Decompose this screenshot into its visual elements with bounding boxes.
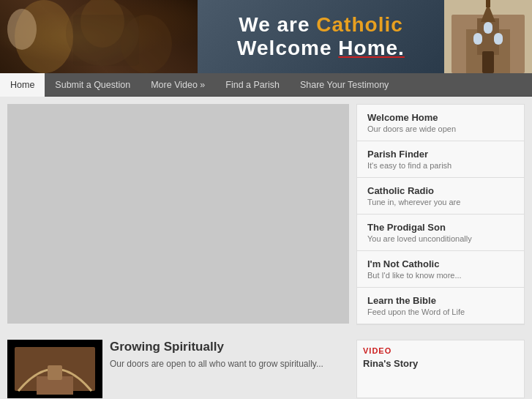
nav-testimony-label: Share Your Testimony: [300, 80, 389, 90]
svg-rect-12: [486, 0, 490, 7]
sidebar-notcatholic-title: I'm Not Catholic: [367, 258, 514, 269]
bottom-section: Growing Spiritually Our doors are open t…: [0, 332, 532, 399]
title-prefix-2: Welcome: [237, 37, 338, 59]
title-underline: Home.: [338, 37, 405, 59]
video-title: Rina's Story: [363, 358, 518, 369]
svg-rect-6: [73, 15, 139, 66]
title-accent: Catholic: [316, 13, 402, 36]
main-content: Welcome Home Our doors are wide open Par…: [0, 97, 532, 332]
header-right-image: [444, 0, 532, 73]
nav-item-parish[interactable]: Find a Parish: [215, 73, 290, 97]
header-left-image: [0, 0, 198, 73]
sidebar-notcatholic-subtitle: But I'd like to know more...: [367, 271, 514, 280]
sidebar-bible-title: Learn the Bible: [367, 295, 514, 306]
sidebar-bible-subtitle: Feed upon the Word of Life: [367, 307, 514, 316]
sidebar-item-welcome[interactable]: Welcome Home Our doors are wide open: [357, 105, 524, 141]
nav-item-video[interactable]: More Video »: [141, 73, 215, 97]
video-label: VIDEO: [363, 346, 518, 355]
video-embed-area: [7, 104, 349, 324]
article-text: Our doors are open to all who want to gr…: [110, 357, 349, 370]
sidebar-welcome-title: Welcome Home: [367, 112, 514, 123]
nav-video-label: More Video »: [151, 80, 205, 90]
header-title-line1: We are Catholic: [239, 13, 403, 37]
article-title: Growing Spiritually: [110, 340, 349, 354]
navigation-bar: Home Submit a Question More Video » Find…: [0, 73, 532, 97]
svg-rect-21: [48, 365, 62, 380]
sidebar-item-catholic-radio[interactable]: Catholic Radio Tune in, wherever you are: [357, 178, 524, 215]
sidebar-item-learn-bible[interactable]: Learn the Bible Feed upon the Word of Li…: [357, 288, 524, 324]
svg-rect-13: [473, 33, 482, 45]
sidebar-item-prodigal-son[interactable]: The Prodigal Son You are loved unconditi…: [357, 215, 524, 251]
nav-parish-label: Find a Parish: [225, 80, 280, 90]
title-prefix-1: We are: [239, 13, 316, 36]
header-title-line2: Welcome Home.: [237, 37, 405, 60]
sidebar-welcome-subtitle: Our doors are wide open: [367, 124, 514, 133]
video-sidebar: VIDEO Rina's Story: [356, 340, 525, 398]
svg-point-4: [7, 9, 37, 50]
svg-rect-15: [484, 22, 492, 34]
sidebar-prodigal-title: The Prodigal Son: [367, 222, 514, 233]
svg-rect-16: [482, 51, 494, 73]
page-header: We are Catholic Welcome Home.: [0, 0, 532, 73]
nav-item-submit[interactable]: Submit a Question: [45, 73, 141, 97]
header-banner: We are Catholic Welcome Home.: [198, 0, 444, 73]
sidebar-parish-title: Parish Finder: [367, 149, 514, 160]
sidebar-item-parish-finder[interactable]: Parish Finder It's easy to find a parish: [357, 141, 524, 178]
bottom-article: Growing Spiritually Our doors are open t…: [110, 340, 349, 398]
right-sidebar: Welcome Home Our doors are wide open Par…: [356, 104, 525, 325]
nav-item-testimony[interactable]: Share Your Testimony: [290, 73, 399, 97]
svg-rect-14: [494, 33, 503, 45]
nav-item-home[interactable]: Home: [0, 73, 45, 97]
sidebar-radio-subtitle: Tune in, wherever you are: [367, 198, 514, 206]
sidebar-prodigal-subtitle: You are loved unconditionally: [367, 234, 514, 243]
sidebar-radio-title: Catholic Radio: [367, 185, 514, 196]
sidebar-item-not-catholic[interactable]: I'm Not Catholic But I'd like to know mo…: [357, 251, 524, 288]
left-content-area: [7, 104, 349, 325]
sidebar-parish-subtitle: It's easy to find a parish: [367, 161, 514, 170]
bottom-image: [7, 340, 102, 398]
nav-submit-label: Submit a Question: [55, 80, 130, 90]
nav-home-label: Home: [10, 80, 34, 90]
